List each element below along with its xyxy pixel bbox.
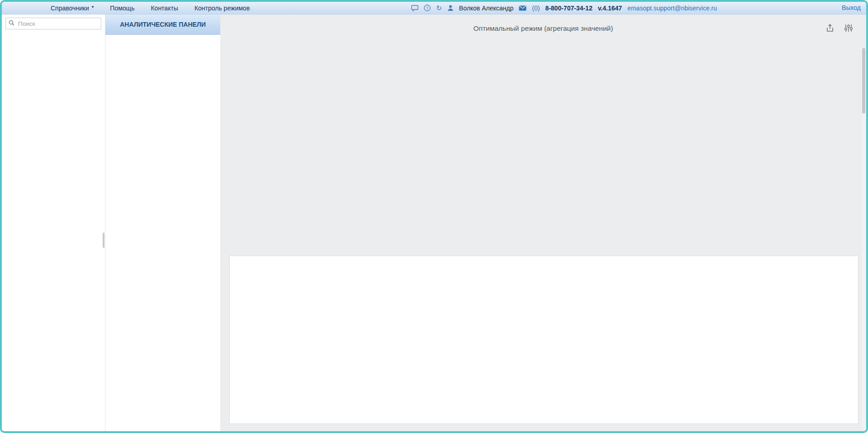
svg-text:?: ? bbox=[426, 6, 428, 10]
menu-contacts-label: Контакты bbox=[151, 5, 178, 12]
main-scrollbar-thumb[interactable] bbox=[862, 48, 865, 114]
nav-tree bbox=[2, 32, 105, 35]
support-phone: 8-800-707-34-12 bbox=[545, 5, 592, 12]
filter-settings-icon[interactable] bbox=[844, 24, 853, 34]
line-chart-card bbox=[229, 256, 859, 424]
chat-icon[interactable] bbox=[411, 5, 418, 11]
menu-spravochniki-label: Справочники bbox=[51, 5, 89, 12]
topbar-user-cluster: ? ↻ Волков Александр (0) 8-800-707-34-12… bbox=[411, 5, 866, 12]
menu-mode-control[interactable]: Контроль режимов bbox=[194, 5, 250, 12]
logout-link[interactable]: Выход bbox=[842, 4, 861, 11]
sidebar-search[interactable] bbox=[5, 18, 101, 29]
app-version: v.4.1647 bbox=[598, 5, 622, 12]
search-input[interactable] bbox=[17, 20, 99, 28]
panels-list-header: АНАЛИТИЧЕСКИЕ ПАНЕЛИ bbox=[105, 14, 220, 35]
user-name: Волков Александр bbox=[459, 5, 513, 12]
mail-icon[interactable] bbox=[519, 5, 526, 11]
main-content: Оптимальный режим (агрегация значений) bbox=[220, 14, 866, 432]
search-icon bbox=[9, 20, 14, 27]
export-icon[interactable] bbox=[825, 24, 835, 34]
menu-help-label: Помощь bbox=[110, 5, 134, 12]
menu-spravochniki[interactable]: Справочники▾ bbox=[51, 5, 94, 12]
chevron-down-icon: ▾ bbox=[92, 5, 94, 9]
main-scrollbar[interactable] bbox=[862, 47, 866, 430]
main-header: Оптимальный режим (агрегация значений) bbox=[220, 14, 866, 43]
main-menu: Справочники▾ Помощь Контакты Контроль ре… bbox=[51, 5, 250, 12]
refresh-icon[interactable]: ↻ bbox=[436, 5, 442, 11]
sidebar-scrollbar[interactable] bbox=[103, 233, 104, 248]
menu-contacts[interactable]: Контакты bbox=[151, 5, 178, 12]
menu-help[interactable]: Помощь bbox=[110, 5, 134, 12]
support-email[interactable]: emasopt.support@nbiservice.ru bbox=[627, 5, 717, 12]
analytics-panels-list: АНАЛИТИЧЕСКИЕ ПАНЕЛИ bbox=[105, 14, 220, 432]
mail-count[interactable]: (0) bbox=[532, 5, 540, 12]
topbar: Справочники▾ Помощь Контакты Контроль ре… bbox=[2, 2, 866, 14]
menu-mode-control-label: Контроль режимов bbox=[194, 5, 250, 12]
help-icon[interactable]: ? bbox=[424, 5, 431, 11]
sidebar bbox=[2, 14, 105, 432]
user-icon[interactable] bbox=[447, 5, 454, 11]
page-title: Оптимальный режим (агрегация значений) bbox=[220, 24, 866, 33]
